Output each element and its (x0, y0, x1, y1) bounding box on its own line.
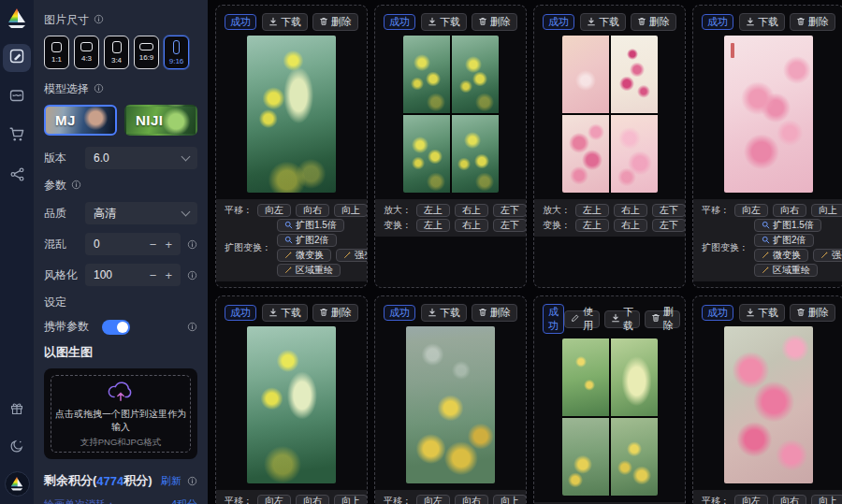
pan-left-button[interactable]: 向左 (416, 495, 450, 504)
upscale-3-button[interactable]: 左下 (493, 204, 527, 217)
info-icon[interactable] (187, 476, 197, 486)
nav-gift-button[interactable] (3, 396, 31, 425)
plus-button[interactable]: + (165, 238, 172, 251)
info-icon[interactable] (94, 14, 104, 27)
pan-up-button[interactable]: 向上 (811, 495, 842, 504)
download-button[interactable]: 下载 (580, 13, 626, 31)
pan-right-button[interactable]: 向右 (773, 204, 806, 217)
nav-shop-button[interactable] (3, 122, 31, 151)
pan-left-button[interactable]: 向左 (257, 495, 291, 504)
stylize-stepper[interactable]: 100 − + (85, 264, 181, 286)
nav-share-button[interactable] (3, 162, 31, 190)
user-avatar[interactable] (5, 471, 30, 497)
generated-image[interactable] (406, 326, 495, 483)
info-icon[interactable] (187, 239, 197, 250)
download-button[interactable]: 下载 (262, 13, 308, 31)
model-niji-button[interactable]: NIJI (124, 105, 197, 136)
pan-up-button[interactable]: 向上 (334, 495, 368, 504)
outpaint-2x-button[interactable]: 扩图2倍 (754, 234, 814, 247)
pan-up-button[interactable]: 向上 (334, 204, 368, 217)
version-select[interactable]: 6.0 (85, 147, 197, 169)
outpaint-1-5x-button[interactable]: 扩图1.5倍 (754, 219, 821, 232)
download-button[interactable]: 下载 (262, 304, 308, 322)
ratio-9-16-button[interactable]: 9:16 (164, 36, 189, 69)
grid-image-4[interactable] (452, 115, 499, 193)
delete-button[interactable]: 删除 (790, 304, 835, 322)
download-button[interactable]: 下载 (739, 304, 785, 322)
pan-right-button[interactable]: 向右 (773, 495, 806, 504)
grid-image-3[interactable] (562, 418, 609, 496)
grid-image-2[interactable] (611, 36, 658, 113)
vary-2-button[interactable]: 右上 (455, 219, 488, 232)
pan-up-button[interactable]: 向上 (493, 495, 527, 504)
generated-image[interactable] (247, 326, 336, 483)
region-redraw-button[interactable]: 区域重绘 (277, 264, 341, 277)
info-icon[interactable] (187, 322, 197, 332)
generated-image[interactable] (247, 36, 336, 193)
upscale-2-button[interactable]: 右上 (455, 204, 488, 217)
minus-button[interactable]: − (150, 269, 157, 281)
vary-2-button[interactable]: 右上 (614, 219, 647, 232)
nav-draw-button[interactable] (3, 44, 31, 72)
upscale-2-button[interactable]: 右上 (614, 204, 647, 217)
download-button[interactable]: 下载 (604, 310, 640, 328)
strong-vary-button[interactable]: 强变换 (813, 249, 842, 262)
grid-image-2[interactable] (611, 338, 658, 416)
ratio-4-3-button[interactable]: 4:3 (74, 36, 99, 69)
ratio-1-1-button[interactable]: 1:1 (44, 36, 69, 69)
use-button[interactable]: 使用 (564, 310, 600, 328)
grid-image-3[interactable] (562, 115, 609, 193)
download-button[interactable]: 下载 (421, 13, 467, 31)
nav-assets-button[interactable] (3, 83, 31, 111)
pan-up-button[interactable]: 向上 (811, 204, 842, 217)
info-icon[interactable] (187, 270, 197, 281)
ratio-3-4-button[interactable]: 3:4 (104, 36, 129, 69)
generated-image[interactable] (724, 36, 813, 193)
delete-button[interactable]: 删除 (472, 304, 517, 322)
pan-left-button[interactable]: 向左 (734, 204, 768, 217)
grid-image-2[interactable] (452, 36, 499, 113)
vary-1-button[interactable]: 左上 (575, 219, 609, 232)
pan-right-button[interactable]: 向右 (296, 495, 329, 504)
delete-button[interactable]: 删除 (312, 13, 358, 31)
download-button[interactable]: 下载 (739, 13, 785, 31)
outpaint-1-5x-button[interactable]: 扩图1.5倍 (277, 219, 344, 232)
generated-image-grid[interactable] (403, 36, 499, 193)
generated-image-grid[interactable] (562, 36, 658, 193)
ratio-16-9-button[interactable]: 16:9 (134, 36, 159, 69)
delete-button[interactable]: 删除 (631, 13, 676, 31)
info-icon[interactable] (94, 83, 104, 96)
pan-right-button[interactable]: 向右 (296, 204, 329, 217)
generated-image-grid[interactable] (562, 338, 658, 496)
strong-vary-button[interactable]: 强变换 (336, 249, 368, 262)
quality-select[interactable]: 高清 (85, 202, 197, 224)
grid-image-1[interactable] (403, 36, 450, 113)
pan-left-button[interactable]: 向左 (257, 204, 291, 217)
upscale-1-button[interactable]: 左上 (416, 204, 450, 217)
region-redraw-button[interactable]: 区域重绘 (754, 264, 818, 277)
delete-button[interactable]: 删除 (472, 13, 517, 31)
delete-button[interactable]: 删除 (790, 13, 835, 31)
grid-image-3[interactable] (403, 115, 450, 193)
chaos-stepper[interactable]: 0 − + (85, 233, 181, 255)
upscale-1-button[interactable]: 左上 (575, 204, 609, 217)
info-icon[interactable] (71, 180, 81, 193)
grid-image-1[interactable] (562, 36, 609, 113)
pan-right-button[interactable]: 向右 (455, 495, 488, 504)
vary-3-button[interactable]: 左下 (652, 219, 686, 232)
nav-theme-button[interactable] (3, 434, 31, 462)
grid-image-4[interactable] (611, 418, 658, 496)
delete-button[interactable]: 删除 (645, 310, 680, 328)
vary-1-button[interactable]: 左上 (416, 219, 450, 232)
upscale-3-button[interactable]: 左下 (652, 204, 686, 217)
image-upload-dropzone[interactable]: 点击或拖拽一个图片到这里作为输入 支持PNG和JPG格式 (44, 368, 197, 459)
grid-image-1[interactable] (562, 338, 609, 416)
carry-params-toggle[interactable] (102, 320, 130, 335)
minus-button[interactable]: − (150, 238, 157, 251)
pan-left-button[interactable]: 向左 (734, 495, 768, 504)
download-button[interactable]: 下载 (421, 304, 467, 322)
outpaint-2x-button[interactable]: 扩图2倍 (277, 234, 337, 247)
grid-image-4[interactable] (611, 115, 658, 193)
refresh-credits-button[interactable]: 刷新 (161, 474, 181, 488)
generated-image[interactable] (724, 326, 813, 483)
